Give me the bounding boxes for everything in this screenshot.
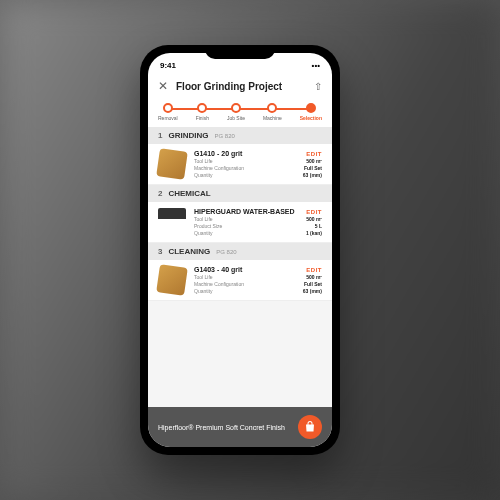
content-scroll[interactable]: 1 GRINDING PG 820 G1410 - 20 grit EDIT T… (148, 127, 332, 407)
step-label: Selection (300, 115, 322, 121)
detail-row: Tool Life 500 m² (194, 274, 322, 280)
detail-value: 500 m² (306, 274, 322, 280)
detail-value: 63 (mm) (303, 172, 322, 178)
footer-text: Hiperfloor® Premium Soft Concret Finish (158, 424, 285, 431)
card-body: HIPERGUARD WATER-BASED EDIT Tool Life 50… (194, 208, 322, 236)
section-number: 2 (158, 189, 162, 198)
grinding-disc-icon (156, 148, 188, 180)
edit-button[interactable]: EDIT (306, 209, 322, 215)
step-dot (231, 103, 241, 113)
progress-steps: Removal Finish Job Site Machine Selectio… (148, 99, 332, 127)
detail-label: Machine Configuration (194, 165, 244, 171)
detail-value: 1 (kan) (306, 230, 322, 236)
bag-icon (304, 421, 316, 433)
section-number: 1 (158, 131, 162, 140)
step-jobsite[interactable]: Job Site (227, 103, 245, 121)
step-finish[interactable]: Finish (196, 103, 209, 121)
product-card[interactable]: HIPERGUARD WATER-BASED EDIT Tool Life 50… (148, 202, 332, 243)
detail-label: Machine Configuration (194, 281, 244, 287)
detail-row: Machine Configuration Full Set (194, 165, 322, 171)
detail-label: Quantity (194, 288, 213, 294)
detail-label: Quantity (194, 172, 213, 178)
status-icons: ••• (312, 61, 320, 70)
detail-value: 500 m² (306, 158, 322, 164)
product-name: G1410 - 20 grit (194, 150, 242, 157)
detail-label: Tool Life (194, 216, 213, 222)
app-screen: 9:41 ••• ✕ Floor Grinding Project ⇧ Remo… (148, 53, 332, 447)
step-machine[interactable]: Machine (263, 103, 282, 121)
share-icon[interactable]: ⇧ (314, 81, 322, 92)
section-header-chemical: 2 CHEMICAL (148, 185, 332, 202)
detail-value: Full Set (304, 281, 322, 287)
detail-row: Tool Life 500 m² (194, 216, 322, 222)
step-removal[interactable]: Removal (158, 103, 178, 121)
edit-button[interactable]: EDIT (306, 267, 322, 273)
chemical-can-icon (158, 208, 186, 236)
detail-row: Product Size 5 L (194, 223, 322, 229)
section-title: CLEANING (168, 247, 210, 256)
detail-label: Tool Life (194, 158, 213, 164)
grinding-disc-icon (156, 264, 188, 296)
close-icon[interactable]: ✕ (158, 79, 168, 93)
detail-label: Tool Life (194, 274, 213, 280)
phone-notch (205, 45, 275, 59)
section-subtitle: PG 820 (216, 249, 236, 255)
step-label: Removal (158, 115, 178, 121)
detail-label: Product Size (194, 223, 222, 229)
section-header-grinding: 1 GRINDING PG 820 (148, 127, 332, 144)
section-subtitle: PG 820 (214, 133, 234, 139)
step-dot (163, 103, 173, 113)
card-body: G1403 - 40 grit EDIT Tool Life 500 m² Ma… (194, 266, 322, 294)
detail-value: 5 L (315, 223, 322, 229)
detail-label: Quantity (194, 230, 213, 236)
product-name: HIPERGUARD WATER-BASED (194, 208, 295, 215)
detail-row: Quantity 63 (mm) (194, 288, 322, 294)
detail-row: Machine Configuration Full Set (194, 281, 322, 287)
step-label: Finish (196, 115, 209, 121)
app-header: ✕ Floor Grinding Project ⇧ (148, 73, 332, 99)
phone-frame: 9:41 ••• ✕ Floor Grinding Project ⇧ Remo… (140, 45, 340, 455)
detail-row: Quantity 1 (kan) (194, 230, 322, 236)
step-dot (306, 103, 316, 113)
section-title: GRINDING (168, 131, 208, 140)
detail-value: Full Set (304, 165, 322, 171)
product-card[interactable]: G1403 - 40 grit EDIT Tool Life 500 m² Ma… (148, 260, 332, 301)
edit-button[interactable]: EDIT (306, 151, 322, 157)
page-title: Floor Grinding Project (176, 81, 306, 92)
section-number: 3 (158, 247, 162, 256)
section-title: CHEMICAL (168, 189, 210, 198)
card-body: G1410 - 20 grit EDIT Tool Life 500 m² Ma… (194, 150, 322, 178)
detail-row: Tool Life 500 m² (194, 158, 322, 164)
detail-value: 500 m² (306, 216, 322, 222)
section-header-cleaning: 3 CLEANING PG 820 (148, 243, 332, 260)
detail-value: 63 (mm) (303, 288, 322, 294)
step-label: Job Site (227, 115, 245, 121)
step-dot (267, 103, 277, 113)
cart-button[interactable] (298, 415, 322, 439)
product-card[interactable]: G1410 - 20 grit EDIT Tool Life 500 m² Ma… (148, 144, 332, 185)
detail-row: Quantity 63 (mm) (194, 172, 322, 178)
step-label: Machine (263, 115, 282, 121)
step-selection[interactable]: Selection (300, 103, 322, 121)
footer-bar: Hiperfloor® Premium Soft Concret Finish (148, 407, 332, 447)
product-name: G1403 - 40 grit (194, 266, 242, 273)
status-time: 9:41 (160, 61, 176, 70)
step-dot (197, 103, 207, 113)
